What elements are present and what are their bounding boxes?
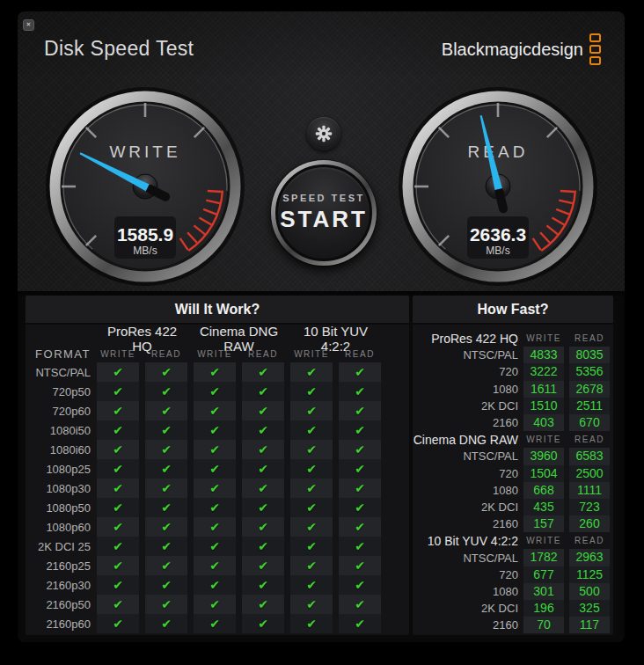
close-icon: ✕ [26, 21, 32, 28]
check-icon: ✔ [161, 597, 172, 611]
speed-value-cell: 1510 [523, 398, 564, 414]
format-label: 2K DCI [413, 602, 518, 615]
format-row: 2160p25✔✔✔✔✔✔ [26, 556, 409, 575]
check-cell: ✔ [290, 362, 333, 382]
settings-button[interactable] [307, 117, 340, 150]
check-icon: ✔ [258, 617, 268, 631]
speed-value-cell: 301 [523, 583, 564, 600]
check-icon: ✔ [258, 365, 268, 379]
check-icon: ✔ [258, 442, 268, 457]
check-icon: ✔ [113, 501, 123, 515]
check-icon: ✔ [113, 520, 123, 534]
format-row: 1080i50✔✔✔✔✔✔ [26, 420, 409, 440]
check-icon: ✔ [113, 442, 123, 457]
check-cell: ✔ [242, 537, 284, 556]
codec-label: Cinema DNG RAW [413, 433, 518, 447]
check-cell: ✔ [194, 595, 236, 614]
codec-label: ProRes 422 HQ [413, 332, 518, 346]
format-label: 720 [413, 467, 518, 480]
check-icon: ✔ [113, 578, 123, 592]
check-cell: ✔ [97, 382, 139, 401]
check-cell: ✔ [194, 479, 236, 498]
check-icon: ✔ [209, 597, 220, 611]
how-fast-title: How Fast? [413, 296, 613, 325]
speed-row: 2K DCI196325 [413, 600, 613, 617]
check-cell: ✔ [194, 537, 236, 556]
check-cell: ✔ [242, 362, 284, 382]
format-label: 720 [413, 365, 518, 378]
check-icon: ✔ [161, 423, 172, 437]
check-icon: ✔ [306, 617, 317, 631]
check-icon: ✔ [161, 520, 172, 534]
format-label: 2160 [413, 416, 518, 429]
speed-value-cell: 668 [523, 482, 564, 499]
format-label: NTSC/PAL [413, 348, 518, 362]
speed-value-cell: 435 [523, 499, 564, 515]
check-cell: ✔ [145, 479, 187, 498]
speed-column-header: READ [569, 330, 610, 347]
check-icon: ✔ [113, 481, 123, 495]
check-icon: ✔ [161, 481, 172, 495]
check-icon: ✔ [209, 442, 220, 457]
format-label: 1080i60 [26, 443, 91, 457]
check-icon: ✔ [209, 617, 220, 631]
check-icon: ✔ [355, 423, 365, 437]
format-label: 2160p60 [26, 618, 91, 631]
check-cell: ✔ [97, 479, 139, 498]
check-icon: ✔ [355, 501, 365, 515]
start-button[interactable]: SPEED TEST START [271, 160, 377, 266]
format-label: 2K DCI [413, 501, 518, 514]
check-cell: ✔ [242, 498, 284, 517]
speed-value-cell: 70 [523, 617, 564, 633]
format-row: 2160p60✔✔✔✔✔✔ [26, 614, 409, 633]
check-cell: ✔ [290, 537, 333, 556]
format-label: 2160p30 [26, 579, 91, 592]
format-label: NTSC/PAL [26, 366, 91, 379]
gauge-label: READ [468, 142, 529, 161]
speed-value-cell: 6583 [569, 448, 610, 464]
close-button[interactable]: ✕ [23, 19, 34, 31]
check-icon: ✔ [258, 578, 268, 592]
format-label: 2160p50 [26, 598, 91, 611]
check-cell: ✔ [97, 575, 139, 595]
check-icon: ✔ [258, 559, 268, 573]
check-icon: ✔ [306, 520, 317, 534]
check-cell: ✔ [145, 517, 187, 537]
check-icon: ✔ [113, 462, 123, 476]
check-icon: ✔ [113, 365, 123, 379]
check-icon: ✔ [355, 597, 365, 611]
speed-value-cell: 1611 [523, 381, 564, 398]
check-cell: ✔ [242, 614, 284, 633]
check-icon: ✔ [258, 384, 268, 398]
gear-icon [315, 125, 333, 142]
format-label: 2160 [413, 517, 518, 530]
check-cell: ✔ [97, 459, 139, 479]
check-icon: ✔ [306, 365, 317, 379]
check-icon: ✔ [355, 578, 365, 592]
check-icon: ✔ [306, 597, 317, 611]
format-label: 1080i50 [26, 424, 91, 437]
brand-name: Blackmagicdesign [442, 40, 583, 60]
speed-value-cell: 2678 [569, 381, 610, 398]
check-cell: ✔ [242, 440, 284, 459]
speed-value-cell: 3222 [523, 363, 564, 380]
check-icon: ✔ [113, 559, 123, 573]
check-icon: ✔ [209, 365, 220, 379]
check-icon: ✔ [161, 559, 172, 573]
speed-row: 1080301500 [413, 583, 613, 600]
check-cell: ✔ [145, 575, 187, 595]
check-cell: ✔ [194, 382, 236, 401]
check-icon: ✔ [355, 559, 365, 573]
check-icon: ✔ [161, 617, 172, 631]
read-speed-value: 2636.3 [470, 224, 526, 245]
speed-value-cell: 157 [523, 515, 564, 532]
check-cell: ✔ [97, 420, 139, 440]
check-icon: ✔ [306, 442, 317, 457]
check-cell: ✔ [145, 614, 187, 633]
codec-section-header: 10 Bit YUV 4:2:2WRITEREAD [413, 532, 613, 549]
format-label: 720 [413, 568, 518, 581]
check-cell: ✔ [97, 401, 139, 420]
speed-row: 2160157260 [413, 515, 613, 532]
check-cell: ✔ [242, 420, 284, 440]
will-it-work-rows: NTSC/PAL✔✔✔✔✔✔720p50✔✔✔✔✔✔720p60✔✔✔✔✔✔10… [26, 362, 409, 633]
